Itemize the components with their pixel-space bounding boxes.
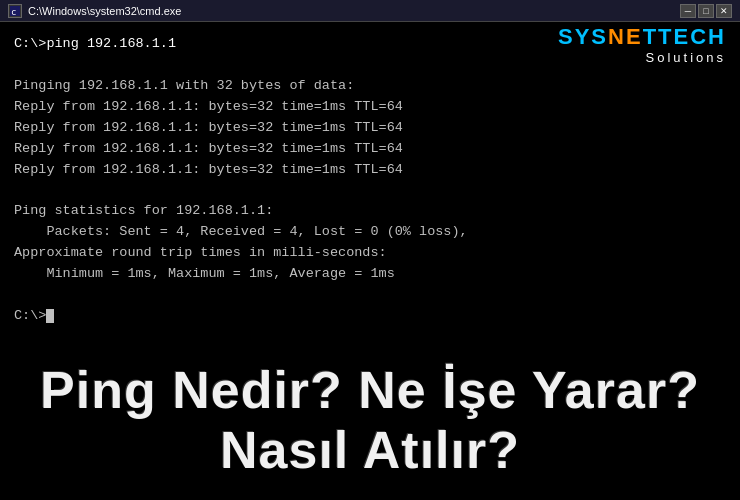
cmd-prompt-label: C:\>	[14, 306, 46, 327]
maximize-button[interactable]: □	[698, 4, 714, 18]
cursor-blink	[46, 309, 54, 323]
minimize-button[interactable]: ─	[680, 4, 696, 18]
cmd-pinging: Pinging 192.168.1.1 with 32 bytes of dat…	[14, 76, 726, 97]
cmd-stats-header: Ping statistics for 192.168.1.1:	[14, 201, 726, 222]
logo-text-top: SYSNETTECH	[558, 26, 726, 48]
cmd-blank-2	[14, 180, 726, 201]
cmd-reply-2: Reply from 192.168.1.1: bytes=32 time=1m…	[14, 118, 726, 139]
logo-text-bottom: Solutions	[558, 50, 726, 65]
cmd-window: SYSNETTECH Solutions C:\>ping 192.168.1.…	[0, 22, 740, 342]
cmd-reply-1: Reply from 192.168.1.1: bytes=32 time=1m…	[14, 97, 726, 118]
cmd-stats-approx: Approximate round trip times in milli-se…	[14, 243, 726, 264]
window-title: C:\Windows\system32\cmd.exe	[28, 5, 680, 17]
bottom-overlay: Ping Nedir? Ne İşe Yarar? Nasıl Atılır?	[0, 342, 740, 500]
svg-text:c: c	[11, 7, 16, 16]
close-button[interactable]: ✕	[716, 4, 732, 18]
cmd-blank-3	[14, 285, 726, 306]
overlay-text-2: Nasıl Atılır?	[220, 421, 520, 479]
cmd-prompt-end: C:\>	[14, 306, 726, 327]
window-controls: ─ □ ✕	[680, 4, 732, 18]
app-icon: c	[8, 4, 22, 18]
overlay-text-1: Ping Nedir? Ne İşe Yarar?	[40, 361, 700, 419]
title-bar: c C:\Windows\system32\cmd.exe ─ □ ✕	[0, 0, 740, 22]
cmd-stats-times: Minimum = 1ms, Maximum = 1ms, Average = …	[14, 264, 726, 285]
cmd-reply-4: Reply from 192.168.1.1: bytes=32 time=1m…	[14, 160, 726, 181]
cmd-stats-packets: Packets: Sent = 4, Received = 4, Lost = …	[14, 222, 726, 243]
overlay-title-line1: Ping Nedir? Ne İşe Yarar? Nasıl Atılır?	[40, 361, 700, 481]
cmd-reply-3: Reply from 192.168.1.1: bytes=32 time=1m…	[14, 139, 726, 160]
watermark-logo: SYSNETTECH Solutions	[558, 26, 726, 65]
